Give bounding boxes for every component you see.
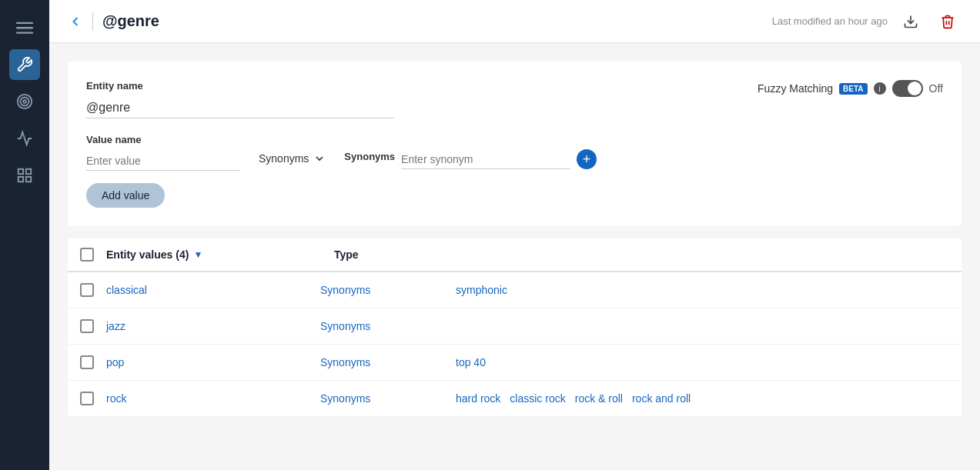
- table-row: popSynonymstop 40: [68, 345, 962, 381]
- table-header: Entity values (4) ▼ Type: [68, 238, 962, 272]
- fuzzy-matching-label: Fuzzy Matching: [758, 82, 833, 95]
- svg-rect-0: [16, 22, 33, 24]
- row-checkbox[interactable]: [80, 319, 94, 333]
- chart-icon[interactable]: [9, 123, 40, 154]
- synonym-tag[interactable]: symphonic: [456, 284, 507, 296]
- header-divider: [92, 12, 93, 31]
- type-column-header: Type: [334, 248, 457, 261]
- synonyms-label: Synonyms: [344, 151, 395, 162]
- target-icon[interactable]: [9, 86, 40, 117]
- row-synonyms: symphonic: [456, 284, 949, 296]
- content-area: Entity name Fuzzy Matching BETA i Off Va…: [49, 43, 980, 470]
- download-button[interactable]: [897, 8, 925, 35]
- synonym-tag[interactable]: top 40: [456, 356, 486, 368]
- row-checkbox[interactable]: [80, 355, 94, 369]
- synonyms-dropdown-label: Synonyms: [259, 152, 309, 165]
- add-value-button[interactable]: Add value: [86, 183, 165, 208]
- table-body: classicalSynonymssymphonicjazzSynonymspo…: [68, 272, 962, 416]
- info-icon[interactable]: i: [874, 82, 886, 95]
- fuzzy-matching-toggle[interactable]: [892, 80, 923, 97]
- toggle-off-label: Off: [929, 82, 943, 95]
- table-row: classicalSynonymssymphonic: [68, 272, 962, 308]
- synonym-tag[interactable]: rock & roll: [575, 392, 623, 405]
- row-type[interactable]: Synonyms: [320, 356, 443, 368]
- beta-badge: BETA: [839, 83, 867, 95]
- svg-rect-9: [26, 177, 31, 182]
- row-checkbox[interactable]: [80, 283, 94, 297]
- value-name-label: Value name: [86, 134, 240, 145]
- fuzzy-matching-group: Fuzzy Matching BETA i Off: [758, 80, 943, 97]
- svg-point-4: [21, 98, 29, 106]
- row-synonyms: top 40: [456, 356, 949, 368]
- delete-button[interactable]: [934, 8, 962, 35]
- svg-rect-8: [18, 177, 23, 182]
- svg-rect-1: [16, 27, 33, 28]
- entity-values-table: Entity values (4) ▼ Type classicalSynony…: [68, 238, 962, 416]
- synonym-input-wrap: Synonyms +: [344, 149, 597, 169]
- value-name-input[interactable]: [86, 152, 240, 171]
- row-checkbox[interactable]: [80, 392, 94, 405]
- main-panel: @genre Last modified an hour ago Entity …: [49, 0, 980, 470]
- synonym-tag[interactable]: hard rock: [456, 392, 500, 405]
- row-synonyms: hard rockclassic rockrock & rollrock and…: [456, 392, 949, 405]
- row-entity-name[interactable]: rock: [106, 392, 308, 405]
- entity-name-group: Entity name: [86, 80, 394, 118]
- last-modified-text: Last modified an hour ago: [772, 15, 888, 27]
- synonyms-dropdown[interactable]: Synonyms: [259, 149, 326, 168]
- synonym-input[interactable]: [401, 150, 570, 169]
- sort-icon[interactable]: ▼: [193, 249, 202, 260]
- chevron-down-icon: [313, 152, 326, 165]
- svg-rect-6: [18, 169, 23, 174]
- menu-icon[interactable]: [9, 12, 40, 43]
- page-header: @genre Last modified an hour ago: [49, 0, 980, 43]
- svg-rect-2: [16, 32, 33, 34]
- entity-name-section: Entity name Fuzzy Matching BETA i Off: [86, 80, 943, 118]
- row-entity-name[interactable]: jazz: [106, 320, 308, 332]
- sidebar: [0, 0, 49, 470]
- table-row: jazzSynonyms: [68, 308, 962, 345]
- form-input-row: Value name Synonyms Synonyms +: [86, 134, 943, 171]
- back-button[interactable]: [68, 14, 83, 29]
- synonyms-label-group: Synonyms: [344, 151, 395, 168]
- entity-name-label: Entity name: [86, 80, 394, 92]
- header-actions: Last modified an hour ago: [772, 8, 962, 35]
- row-type[interactable]: Synonyms: [320, 392, 443, 405]
- value-name-col: Value name: [86, 134, 240, 171]
- row-type[interactable]: Synonyms: [320, 284, 443, 296]
- entity-values-column-header: Entity values (4) ▼: [106, 248, 322, 261]
- row-entity-name[interactable]: pop: [106, 356, 308, 368]
- page-title: @genre: [102, 12, 763, 30]
- synonym-tag[interactable]: rock and roll: [632, 392, 691, 405]
- entity-name-input[interactable]: [86, 98, 394, 118]
- svg-rect-7: [26, 169, 31, 174]
- row-entity-name[interactable]: classical: [106, 284, 308, 296]
- grid-icon[interactable]: [9, 160, 40, 191]
- synonym-tag[interactable]: classic rock: [510, 392, 565, 405]
- svg-point-5: [23, 100, 26, 103]
- tools-icon[interactable]: [9, 49, 40, 80]
- row-type[interactable]: Synonyms: [320, 320, 443, 332]
- add-synonym-button[interactable]: +: [577, 149, 597, 169]
- select-all-checkbox[interactable]: [80, 248, 94, 262]
- form-card: Entity name Fuzzy Matching BETA i Off Va…: [68, 62, 962, 226]
- table-row: rockSynonymshard rockclassic rockrock & …: [68, 381, 962, 416]
